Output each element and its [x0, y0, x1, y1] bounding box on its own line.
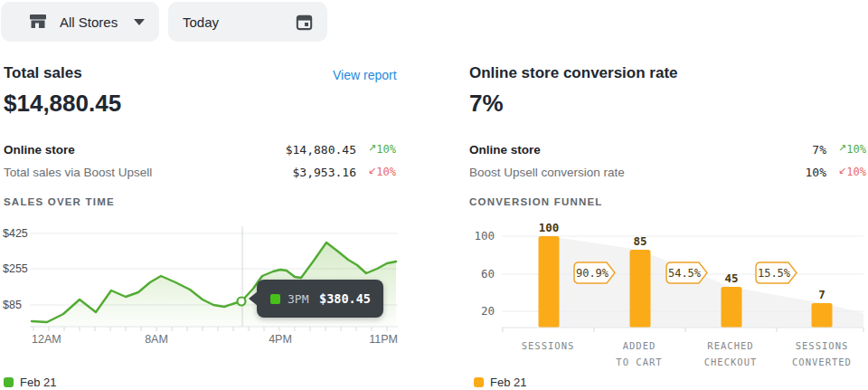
ytick-425: $425: [3, 227, 28, 240]
sales-row-online-store: Online store $14,880.45 ↗10%: [4, 141, 396, 157]
funnel-legend: Feb 21: [474, 376, 526, 389]
conversion-funnel-heading: CONVERSION FUNNEL: [469, 196, 603, 207]
date-filter-button[interactable]: Today: [168, 2, 327, 42]
cat-reached-1: REACHED: [707, 340, 753, 351]
delta-badge: ↗10%: [826, 143, 866, 156]
legend-swatch-orange: [474, 377, 484, 387]
conversion-row-boost-upsell: Boost Upsell conversion rate 10% ↙10%: [469, 164, 866, 180]
delta-badge: ↙10%: [826, 166, 866, 178]
cat-reached-2: CHECKOUT: [704, 357, 758, 367]
x-axis-ticks: [503, 328, 863, 332]
xtick-8am: 8AM: [145, 333, 168, 346]
row-value: 7%: [812, 143, 826, 157]
sales-over-time-heading: SALES OVER TIME: [4, 196, 115, 207]
tag-label: 15.5%: [758, 267, 791, 280]
chart-tooltip: 3PM $380.45: [257, 280, 383, 318]
sales-legend: Feb 21: [4, 376, 56, 389]
delta-badge: ↗10%: [356, 143, 396, 156]
arrow-up-icon: ↗: [838, 142, 846, 153]
delta-value: 10%: [846, 166, 866, 178]
view-report-link[interactable]: View report: [333, 68, 397, 82]
row-label: Online store: [4, 143, 75, 157]
tag-label: 90.9%: [576, 267, 609, 280]
row-label: Online store: [469, 143, 541, 157]
conversion-rate-title: Online store conversion rate: [469, 64, 678, 82]
storefront-icon: [27, 11, 49, 33]
conversion-tag-2: 54.5%: [666, 262, 707, 283]
xtick-4pm: 4PM: [269, 333, 292, 346]
delta-value: 10%: [376, 166, 396, 178]
ytick-85: $85: [3, 299, 22, 311]
bar-value-added-to-cart: 85: [633, 234, 646, 248]
conversion-row-online-store: Online store 7% ↗10%: [469, 141, 866, 157]
tooltip-series-swatch: [270, 294, 280, 304]
funnel-bar-1[interactable]: [630, 250, 651, 328]
arrow-down-icon: ↙: [368, 165, 376, 176]
bar-value-reached-checkout: 45: [724, 271, 738, 285]
calendar-icon: [294, 12, 315, 33]
funnel-bar-0[interactable]: [539, 236, 560, 328]
cat-converted-2: CONVERTED: [792, 357, 852, 367]
legend-label: Feb 21: [20, 376, 56, 389]
funnel-bar-3[interactable]: [812, 303, 833, 328]
ytick-60: 60: [481, 267, 495, 281]
conversion-tag-3: 15.5%: [756, 262, 797, 283]
store-filter-button[interactable]: All Stores: [1, 2, 159, 42]
xtick-11pm: 11PM: [369, 333, 398, 346]
cat-sessions-1: SESSIONS: [522, 340, 575, 351]
row-label: Boost Upsell conversion rate: [469, 166, 625, 179]
legend-swatch-green: [4, 377, 14, 387]
conversion-tag-1: 90.9%: [574, 262, 615, 283]
hover-point-marker: [238, 298, 246, 306]
cat-added-1: ADDED: [623, 340, 656, 351]
bar-value-sessions: 100: [539, 222, 560, 234]
xtick-12am: 12AM: [32, 333, 61, 346]
conversion-rate-value: 7%: [469, 90, 504, 118]
chevron-down-icon: [134, 19, 145, 25]
row-value: $3,953.16: [293, 166, 356, 179]
row-value: 10%: [806, 166, 826, 179]
legend-label: Feb 21: [490, 376, 526, 389]
delta-value: 10%: [376, 143, 396, 156]
ytick-100: 100: [474, 229, 495, 243]
cat-added-2: TO CART: [616, 357, 662, 367]
delta-badge: ↙10%: [356, 166, 396, 178]
tooltip-time: 3PM: [288, 292, 308, 306]
tag-label: 54.5%: [668, 267, 702, 280]
row-value: $14,880.45: [286, 143, 356, 157]
tooltip-value: $380.45: [319, 291, 371, 306]
ytick-20: 20: [481, 304, 495, 318]
x-axis-ticks: [33, 327, 387, 331]
row-label: Total sales via Boost Upsell: [4, 166, 152, 179]
conversion-funnel-chart[interactable]: 100 60 20 100 85 45 7 90.9% 54.5% 15.5%: [466, 222, 868, 371]
arrow-up-icon: ↗: [368, 142, 376, 153]
arrow-down-icon: ↙: [838, 165, 846, 176]
bar-value-sessions-converted: 7: [818, 288, 826, 301]
dashboard: All Stores Today Total sales View report…: [0, 0, 868, 390]
store-filter-label: All Stores: [60, 14, 118, 30]
cat-converted-1: SESSIONS: [796, 340, 849, 351]
total-sales-title: Total sales: [4, 64, 82, 82]
funnel-bar-2[interactable]: [722, 287, 742, 328]
ytick-255: $255: [3, 262, 28, 275]
total-sales-value: $14,880.45: [4, 90, 121, 118]
date-filter-label: Today: [183, 14, 219, 30]
delta-value: 10%: [846, 143, 866, 156]
sales-row-boost-upsell: Total sales via Boost Upsell $3,953.16 ↙…: [4, 164, 396, 180]
